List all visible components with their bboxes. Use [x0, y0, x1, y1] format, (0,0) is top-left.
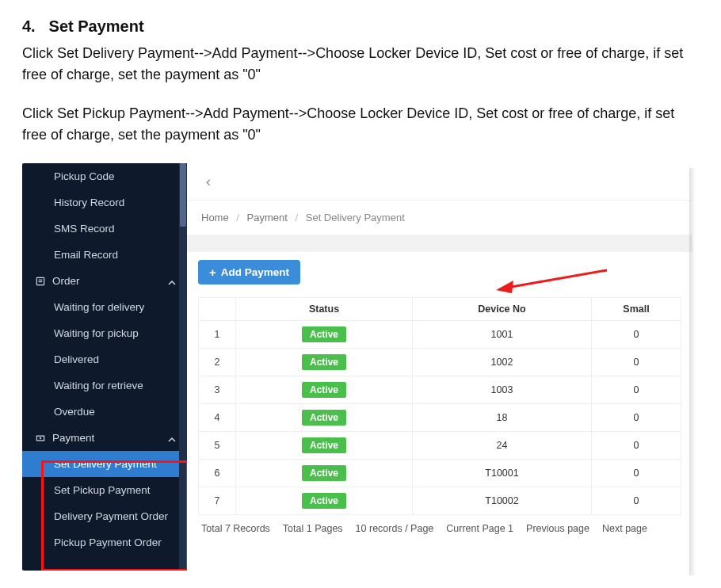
sidebar-item-delivered[interactable]: Delivered	[22, 346, 187, 372]
col-device-no: Device No	[413, 298, 592, 321]
sidebar-section-payment[interactable]: Payment	[22, 425, 187, 451]
status-badge: Active	[302, 437, 346, 453]
pager-current: Current Page 1	[446, 523, 513, 534]
sidebar-item-sms-record[interactable]: SMS Record	[22, 216, 187, 242]
step-title: Set Payment	[49, 17, 144, 35]
sidebar-item-delivery-payment-order[interactable]: Delivery Payment Order	[22, 503, 187, 529]
sidebar-item-email-record[interactable]: Email Record	[22, 242, 187, 268]
col-status: Status	[236, 298, 413, 321]
table-row[interactable]: 5 Active 24 0	[199, 432, 681, 460]
sidebar-item-overdue[interactable]: Overdue	[22, 399, 187, 425]
sidebar-item-set-pickup-payment[interactable]: Set Pickup Payment	[22, 477, 187, 503]
add-payment-button[interactable]: + Add Payment	[198, 260, 300, 284]
sidebar-item-waiting-retrieve[interactable]: Waiting for retrieve	[22, 372, 187, 399]
pager-prev[interactable]: Previous page	[526, 523, 589, 534]
sidebar-item-pickup-code[interactable]: Pickup Code	[22, 163, 187, 189]
breadcrumb: Home / Payment / Set Delivery Payment	[187, 200, 692, 231]
pager-total-records: Total 7 Records	[201, 523, 270, 534]
pager-per-page[interactable]: 10 records / Page	[356, 523, 434, 534]
plus-icon: +	[209, 266, 216, 278]
crumb-payment[interactable]: Payment	[247, 212, 288, 223]
status-badge: Active	[302, 465, 346, 481]
sidebar-item-set-delivery-payment[interactable]: Set Delivery Payment	[22, 451, 187, 477]
pager-next[interactable]: Next page	[602, 523, 647, 534]
sidebar-section-order[interactable]: Order	[22, 268, 187, 294]
instruction-delivery: Click Set Delivery Payment-->Add Payment…	[22, 43, 699, 86]
status-badge: Active	[302, 326, 346, 342]
section-divider	[187, 235, 692, 252]
crumb-home[interactable]: Home	[201, 212, 229, 223]
app-screenshot: Pickup Code History Record SMS Record Em…	[22, 163, 692, 571]
table-row[interactable]: 3 Active 1003 0	[199, 376, 681, 404]
svg-marker-5	[496, 281, 513, 293]
sidebar-item-waiting-delivery[interactable]: Waiting for delivery	[22, 294, 187, 320]
main-panel: ‹ Home / Payment / Set Delivery Payment …	[187, 163, 692, 571]
table-row[interactable]: 7 Active T10002 0	[199, 487, 681, 515]
status-badge: Active	[302, 354, 346, 370]
step-heading: 4. Set Payment	[22, 14, 699, 38]
payment-table: Status Device No Small 1 Active 1001 0	[198, 297, 681, 515]
topbar: ‹	[187, 163, 692, 200]
crumb-current: Set Delivery Payment	[306, 212, 405, 223]
col-small: Small	[592, 298, 681, 321]
order-icon	[35, 276, 46, 287]
sidebar-scrollbar-thumb[interactable]	[180, 163, 186, 227]
sidebar-item-history-record[interactable]: History Record	[22, 189, 187, 216]
pager-total-pages: Total 1 Pages	[283, 523, 343, 534]
sidebar-toggle-button[interactable]: ‹	[201, 172, 216, 192]
step-number: 4.	[22, 14, 44, 38]
pager: Total 7 Records Total 1 Pages 10 records…	[198, 515, 681, 537]
status-badge: Active	[302, 493, 346, 509]
sidebar-item-pickup-payment-order[interactable]: Pickup Payment Order	[22, 529, 187, 556]
instruction-pickup: Click Set Pickup Payment-->Add Payment--…	[22, 103, 699, 146]
svg-point-3	[40, 437, 41, 438]
col-index	[199, 298, 236, 321]
svg-line-4	[502, 270, 607, 288]
chevron-up-icon	[168, 434, 176, 442]
table-row[interactable]: 2 Active 1002 0	[199, 349, 681, 376]
sidebar-section-order-label: Order	[52, 275, 80, 287]
add-payment-label: Add Payment	[221, 266, 289, 278]
table-row[interactable]: 4 Active 18 0	[199, 404, 681, 432]
table-row[interactable]: 1 Active 1001 0	[199, 321, 681, 349]
table-row[interactable]: 6 Active T10001 0	[199, 460, 681, 487]
status-badge: Active	[302, 382, 346, 398]
chevron-up-icon	[168, 277, 176, 285]
payment-icon	[35, 433, 46, 444]
sidebar-item-waiting-pickup[interactable]: Waiting for pickup	[22, 320, 187, 346]
status-badge: Active	[302, 410, 346, 426]
screenshot-shadow	[689, 168, 696, 575]
sidebar-section-payment-label: Payment	[52, 432, 94, 444]
sidebar: Pickup Code History Record SMS Record Em…	[22, 163, 187, 571]
